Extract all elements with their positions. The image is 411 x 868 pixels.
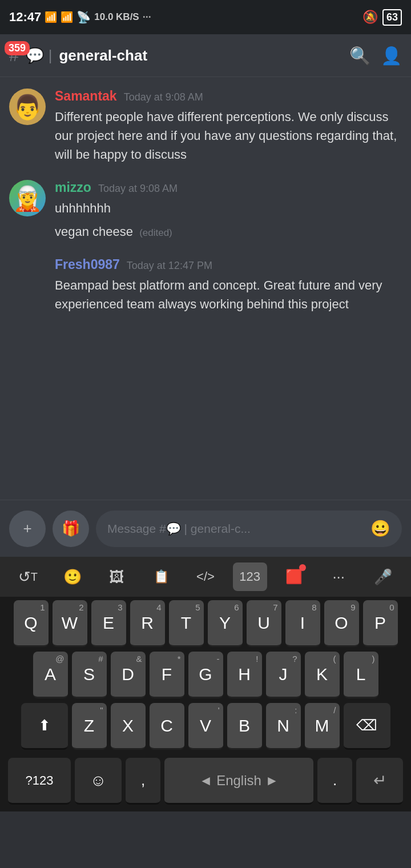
toolbar-123-btn[interactable]: 123 (233, 562, 267, 591)
chat-area: Samantak Today at 9:08 AM Different peop… (0, 77, 411, 500)
wifi-icon: 📡 (76, 10, 91, 24)
emoji-keyboard-key[interactable]: ☺ (75, 758, 122, 805)
input-bar: + 🎁 Message #💬 | general-c... 😀 (0, 500, 411, 557)
header-badge: # 359 (9, 46, 19, 65)
keyboard: ↺T 🙂 🖼 📋 </> 123 🟥 ··· 🎤 1Q 2W 3E 4R 5T … (0, 557, 411, 811)
channel-name: general-chat (59, 47, 342, 65)
key-p[interactable]: 0P (363, 600, 398, 647)
plus-icon: + (23, 520, 31, 537)
key-o[interactable]: 9O (324, 600, 359, 647)
period-key[interactable]: . (317, 758, 352, 805)
toolbar-mic-btn[interactable]: 🎤 (366, 562, 400, 591)
avatar-mizzo (9, 180, 46, 216)
pipe-divider: | (49, 47, 53, 65)
message-input-container[interactable]: Message #💬 | general-c... 😀 (96, 511, 402, 547)
key-z[interactable]: "Z (72, 703, 107, 750)
symbols-key[interactable]: ?123 (8, 758, 71, 805)
key-l[interactable]: )L (344, 652, 378, 698)
key-b[interactable]: B (227, 703, 262, 750)
header-bar: # 359 💬 | general-chat 🔍 👤 (0, 34, 411, 77)
key-c[interactable]: C (150, 703, 184, 750)
key-y[interactable]: 6Y (208, 600, 243, 647)
message-header-mizzo: mizzo Today at 9:08 AM (55, 180, 402, 195)
username-samantak[interactable]: Samantak (55, 89, 117, 104)
key-e[interactable]: 3E (91, 600, 126, 647)
dots-icon: ··· (143, 11, 151, 23)
key-x[interactable]: X (111, 703, 146, 750)
key-row-3: ⬆ "Z X C 'V B :N /M ⌫ (2, 703, 409, 750)
timestamp-fresh: Today at 12:47 PM (127, 260, 212, 272)
space-key[interactable]: ◄ English ► (164, 758, 313, 805)
key-j[interactable]: ?J (266, 652, 301, 698)
message-content-mizzo: mizzo Today at 9:08 AM uhhhhhhh vegan ch… (55, 180, 402, 241)
time-display: 12:47 (9, 10, 41, 25)
gift-icon: 🎁 (62, 520, 80, 537)
key-v[interactable]: 'V (188, 703, 223, 750)
shift-key[interactable]: ⬆ (21, 703, 68, 750)
backspace-key[interactable]: ⌫ (344, 703, 390, 750)
comma-key[interactable]: , (126, 758, 160, 805)
message-header-samantak: Samantak Today at 9:08 AM (55, 89, 402, 104)
toolbar-more-btn[interactable]: ··· (321, 562, 356, 591)
emoji-button[interactable]: 😀 (370, 519, 390, 538)
unread-badge: 359 (5, 41, 30, 55)
edited-tag-mizzo: (edited) (139, 227, 172, 238)
key-n[interactable]: :N (266, 703, 301, 750)
key-k[interactable]: (K (305, 652, 340, 698)
signal-icon-2: 📶 (61, 11, 73, 23)
key-t[interactable]: 5T (169, 600, 204, 647)
timestamp-samantak: Today at 9:08 AM (124, 91, 203, 103)
message-group-fresh: Fresh0987 Today at 12:47 PM Beampad best… (55, 257, 402, 314)
message-header-fresh: Fresh0987 Today at 12:47 PM (55, 257, 402, 272)
message-placeholder: Message #💬 | general-c... (107, 522, 366, 536)
message-group-mizzo: mizzo Today at 9:08 AM uhhhhhhh vegan ch… (9, 180, 402, 241)
key-u[interactable]: 7U (247, 600, 281, 647)
key-h[interactable]: !H (227, 652, 262, 698)
toolbar-flag-btn[interactable]: 🟥 (277, 562, 311, 591)
message-text-mizzo-2: vegan cheese (edited) (55, 222, 402, 241)
key-rows: 1Q 2W 3E 4R 5T 6Y 7U 8I 9O 0P @A #S &D *… (0, 597, 411, 811)
enter-key[interactable]: ↵ (356, 758, 403, 805)
status-bar: 12:47 📶 📶 📡 10.0 KB/S ··· 🔕 63 (0, 0, 411, 34)
username-mizzo[interactable]: mizzo (55, 180, 91, 195)
key-m[interactable]: /M (305, 703, 340, 750)
key-q[interactable]: 1Q (14, 600, 49, 647)
message-content-samantak: Samantak Today at 9:08 AM Different peop… (55, 89, 402, 164)
message-group-samantak: Samantak Today at 9:08 AM Different peop… (9, 89, 402, 164)
signal-icon-1: 📶 (45, 11, 57, 23)
message-text-samantak: Different people have different percepti… (55, 107, 402, 164)
key-row-2: @A #S &D *F -G !H ?J (K )L (2, 652, 409, 698)
key-row-bottom: ?123 ☺ , ◄ English ► . ↵ (2, 754, 409, 810)
key-row-1: 1Q 2W 3E 4R 5T 6Y 7U 8I 9O 0P (2, 600, 409, 647)
toolbar-translate-btn[interactable]: ↺T (11, 562, 45, 591)
toolbar-clipboard-btn[interactable]: 📋 (144, 562, 178, 591)
key-d[interactable]: &D (111, 652, 146, 698)
network-speed: 10.0 KB/S (94, 11, 139, 23)
battery-icon: 63 (382, 9, 402, 26)
add-button[interactable]: + (9, 511, 46, 547)
key-w[interactable]: 2W (53, 600, 87, 647)
key-a[interactable]: @A (33, 652, 68, 698)
timestamp-mizzo: Today at 9:08 AM (98, 183, 178, 195)
toolbar-emoji-btn[interactable]: 🙂 (55, 562, 90, 591)
battery-level: 63 (386, 11, 398, 23)
mute-icon: 🔕 (362, 10, 378, 25)
avatar-samantak (9, 89, 46, 125)
members-icon[interactable]: 👤 (381, 46, 402, 66)
gift-button[interactable]: 🎁 (53, 511, 89, 547)
key-i[interactable]: 8I (285, 600, 320, 647)
status-right: 🔕 63 (362, 9, 402, 26)
search-channel-icon[interactable]: 🔍 (349, 46, 370, 66)
key-g[interactable]: -G (188, 652, 223, 698)
toolbar-gallery-btn[interactable]: 🖼 (99, 562, 134, 591)
message-text-mizzo-1: uhhhhhhh (55, 199, 402, 218)
status-left: 12:47 📶 📶 📡 10.0 KB/S ··· (9, 10, 151, 25)
key-s[interactable]: #S (72, 652, 107, 698)
message-text-fresh: Beampad best platform and concept. Great… (55, 276, 402, 314)
username-fresh[interactable]: Fresh0987 (55, 257, 120, 272)
keyboard-toolbar: ↺T 🙂 🖼 📋 </> 123 🟥 ··· 🎤 (0, 557, 411, 597)
header-right: 🔍 👤 (349, 46, 402, 66)
key-f[interactable]: *F (150, 652, 184, 698)
toolbar-code-btn[interactable]: </> (188, 562, 223, 591)
key-r[interactable]: 4R (130, 600, 165, 647)
